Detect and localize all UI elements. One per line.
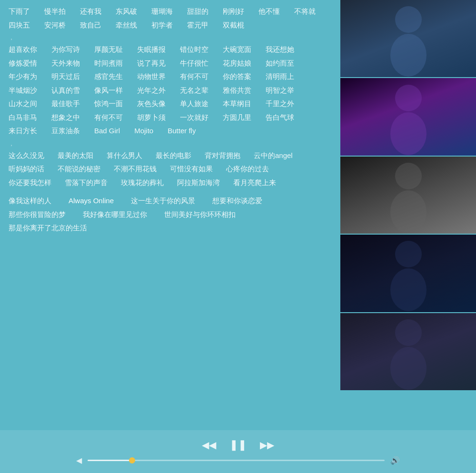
prev-button[interactable]: ◀◀ bbox=[202, 439, 216, 451]
song-item[interactable]: 方圆几里 bbox=[223, 111, 251, 125]
player-controls: ◀◀ ❚❚ ▶▶ bbox=[202, 439, 274, 451]
song-item[interactable]: 一次就好 bbox=[180, 111, 208, 125]
artist-photo-2[interactable] bbox=[340, 78, 476, 155]
song-item[interactable]: 心疼你的过去 bbox=[226, 162, 269, 176]
song-item[interactable]: 雅俗共赏 bbox=[223, 84, 251, 98]
song-item[interactable]: 我好像在哪里见过你 bbox=[83, 208, 147, 222]
song-item[interactable]: 你还要我怎样 bbox=[9, 176, 51, 190]
artist-photo-1[interactable] bbox=[340, 0, 476, 77]
song-item[interactable]: 认真的雪 bbox=[51, 84, 80, 98]
song-item[interactable]: 明智之举 bbox=[266, 84, 294, 98]
song-item[interactable]: 修炼爱情 bbox=[9, 57, 37, 70]
song-item[interactable]: 胡萝卜须 bbox=[137, 111, 166, 125]
artist-photo-4[interactable] bbox=[340, 235, 476, 312]
song-item[interactable]: 厚颜无耻 bbox=[94, 43, 123, 57]
song-item[interactable]: 说了再见 bbox=[137, 57, 166, 70]
song-item[interactable]: 半城烟沙 bbox=[9, 84, 37, 98]
song-item[interactable]: 有何不可 bbox=[180, 70, 208, 84]
song-item[interactable]: 像我这样的人 bbox=[9, 194, 51, 208]
song-item[interactable]: 灰色头像 bbox=[137, 97, 166, 111]
song-item[interactable]: 单人旅途 bbox=[180, 97, 208, 111]
svg-point-8 bbox=[395, 319, 422, 346]
song-item[interactable]: 这一生关于你的风景 bbox=[131, 194, 195, 208]
song-item[interactable]: Mojito bbox=[134, 124, 153, 138]
artist-photo-5[interactable] bbox=[340, 313, 476, 390]
song-item[interactable]: 甜甜的 bbox=[187, 5, 208, 19]
song-item[interactable]: 山水之间 bbox=[9, 97, 37, 111]
song-item[interactable]: 世间美好与你环环相扣 bbox=[164, 208, 236, 222]
song-item[interactable]: Bad Girl bbox=[94, 124, 120, 138]
song-item[interactable]: 本草纲目 bbox=[223, 97, 251, 111]
song-item[interactable]: 告白气球 bbox=[266, 111, 294, 125]
song-item[interactable]: 动物世界 bbox=[137, 70, 166, 84]
song-item[interactable]: 不能说的秘密 bbox=[58, 162, 100, 176]
song-item[interactable]: 我还想她 bbox=[266, 43, 294, 57]
song-item[interactable]: 想要和你谈恋爱 bbox=[212, 194, 262, 208]
song-item[interactable]: 惊鸿一面 bbox=[94, 97, 123, 111]
song-item[interactable]: 最美的太阳 bbox=[58, 149, 93, 163]
song-item[interactable]: 明天过后 bbox=[51, 70, 80, 84]
song-item[interactable]: 你的答案 bbox=[223, 70, 251, 84]
song-item[interactable]: 无名之辈 bbox=[180, 84, 208, 98]
song-item[interactable]: 背对背拥抱 bbox=[205, 149, 240, 163]
song-item[interactable]: 初学者 bbox=[151, 19, 173, 32]
song-item[interactable]: 他不懂 bbox=[258, 5, 280, 19]
song-item[interactable]: 安河桥 bbox=[44, 19, 66, 32]
song-item[interactable]: 时间煮雨 bbox=[94, 57, 123, 70]
song-item[interactable]: 珊瑚海 bbox=[151, 5, 173, 19]
song-item[interactable]: 致自己 bbox=[80, 19, 101, 32]
song-item[interactable]: 还有我 bbox=[80, 5, 101, 19]
song-item[interactable]: 慢半拍 bbox=[44, 5, 66, 19]
song-item[interactable]: 牵丝线 bbox=[116, 19, 137, 32]
song-item[interactable]: 刚刚好 bbox=[223, 5, 244, 19]
song-item[interactable]: 像风一样 bbox=[94, 84, 123, 98]
song-item[interactable]: 那些你很冒险的梦 bbox=[9, 208, 66, 222]
song-item[interactable]: 东风破 bbox=[116, 5, 137, 19]
song-item[interactable]: 清明雨上 bbox=[266, 70, 294, 84]
song-item[interactable]: 为你写诗 bbox=[51, 43, 80, 57]
song-item[interactable]: 玫瑰花的葬礼 bbox=[121, 176, 164, 190]
song-item[interactable]: Always Online bbox=[69, 194, 114, 208]
song-item[interactable]: 不潮不用花钱 bbox=[114, 162, 157, 176]
song-item[interactable]: 四块五 bbox=[9, 19, 30, 32]
song-item[interactable]: 来日方长 bbox=[9, 124, 37, 138]
song-item[interactable]: Butter fly bbox=[168, 124, 196, 138]
song-item[interactable]: 那是你离开了北京的生活 bbox=[9, 221, 87, 235]
song-item[interactable]: 牛仔很忙 bbox=[180, 57, 208, 70]
song-item[interactable]: 光年之外 bbox=[137, 84, 166, 98]
song-item[interactable]: 大碗宽面 bbox=[223, 43, 251, 57]
song-item[interactable]: 年少有为 bbox=[9, 70, 37, 84]
song-item[interactable]: 失眠播报 bbox=[137, 43, 166, 57]
song-item[interactable]: 不将就 bbox=[294, 5, 316, 19]
play-left-icon[interactable]: ◀ bbox=[76, 456, 82, 465]
song-item[interactable]: 白马非马 bbox=[9, 111, 37, 125]
next-button[interactable]: ▶▶ bbox=[260, 439, 274, 451]
song-item[interactable]: 如约而至 bbox=[266, 57, 294, 70]
progress-track[interactable] bbox=[88, 460, 340, 461]
song-item[interactable]: 花房姑娘 bbox=[223, 57, 251, 70]
song-item[interactable]: 感官先生 bbox=[94, 70, 123, 84]
song-item[interactable]: 雪落下的声音 bbox=[65, 176, 108, 190]
song-item[interactable]: 看月亮爬上来 bbox=[233, 176, 276, 190]
song-item[interactable]: 最佳歌手 bbox=[51, 97, 80, 111]
song-item[interactable]: 可惜没有如果 bbox=[170, 162, 213, 176]
song-item[interactable]: 双截棍 bbox=[223, 19, 244, 32]
song-item[interactable]: 下雨了 bbox=[9, 5, 30, 19]
song-item[interactable]: 千里之外 bbox=[266, 97, 294, 111]
artist-photo-3[interactable] bbox=[340, 157, 476, 234]
song-item[interactable]: 超喜欢你 bbox=[9, 43, 37, 57]
song-item[interactable]: 想象之中 bbox=[51, 111, 80, 125]
song-item[interactable]: 这么久没见 bbox=[9, 149, 44, 163]
song-item[interactable]: 阿拉斯加海湾 bbox=[177, 176, 220, 190]
song-item[interactable]: 最长的电影 bbox=[156, 149, 191, 163]
song-item[interactable]: 豆浆油条 bbox=[51, 124, 80, 138]
song-item[interactable]: 错位时空 bbox=[180, 43, 208, 57]
song-item[interactable]: 天外来物 bbox=[51, 57, 80, 70]
song-item[interactable]: 听妈妈的话 bbox=[9, 162, 44, 176]
song-item[interactable]: 云中的angel bbox=[254, 149, 293, 163]
song-item[interactable]: 霍元甲 bbox=[187, 19, 208, 32]
pause-button[interactable]: ❚❚ bbox=[229, 439, 247, 451]
song-item[interactable]: 算什么男人 bbox=[107, 149, 142, 163]
song-item[interactable]: 有何不可 bbox=[94, 111, 123, 125]
svg-point-9 bbox=[390, 347, 426, 390]
